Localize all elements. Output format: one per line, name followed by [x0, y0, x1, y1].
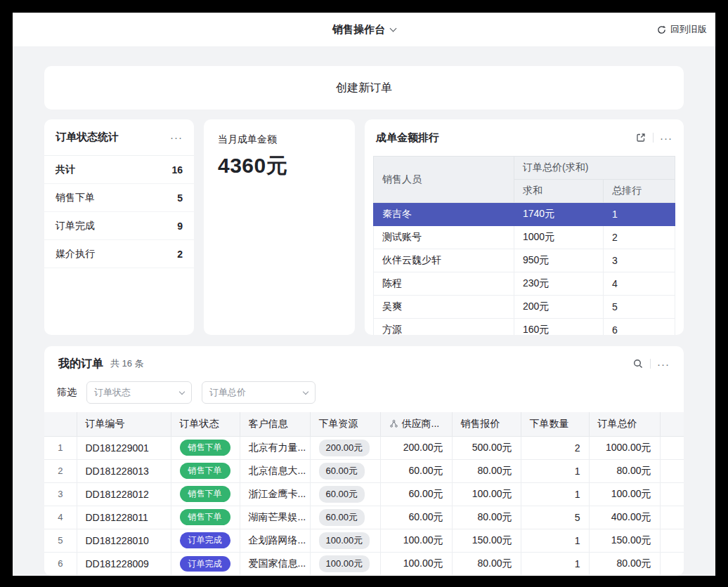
stat-row[interactable]: 媒介执行 2	[44, 240, 194, 268]
cell-order-no: DD181228012	[77, 482, 171, 506]
monthly-amount-card: 当月成单金额 4360元	[204, 119, 355, 335]
more-menu-icon[interactable]: ···	[660, 133, 672, 143]
cell-resource: 100.00元	[310, 529, 380, 552]
order-row[interactable]: 4 DD181228011 销售下单 湖南芒果娱... 60.00元 60.00…	[44, 506, 684, 529]
cell-customer: 浙江金鹰卡...	[240, 482, 310, 506]
my-orders-card: 我的订单 共 16 条 ··· 筛选 订单状态	[44, 346, 684, 576]
cell-total: 80.00元	[589, 552, 660, 575]
stat-label: 订单完成	[56, 220, 95, 232]
ranking-card-title: 成单金额排行	[376, 131, 439, 145]
monthly-amount-label: 当月成单金额	[218, 133, 341, 146]
stat-row[interactable]: 订单完成 9	[44, 212, 194, 240]
col-header-order-no[interactable]: 订单编号	[77, 412, 171, 436]
cell-rank: 3	[604, 249, 675, 272]
cell-extra	[660, 482, 684, 506]
filter-label: 筛选	[57, 386, 77, 399]
ranking-row[interactable]: 伙伴云魏少轩 950元 3	[374, 249, 675, 272]
cell-index: 5	[44, 529, 77, 552]
resource-pill: 60.00元	[319, 486, 365, 503]
create-order-label: 创建新订单	[336, 81, 392, 95]
order-row[interactable]: 1 DD181229001 销售下单 北京有力量... 200.00元 200.…	[44, 436, 684, 459]
chevron-down-icon	[303, 389, 308, 395]
cell-total: 1000.00元	[589, 436, 660, 459]
cell-resource: 200.00元	[310, 436, 380, 459]
col-header-customer[interactable]: 客户信息	[240, 412, 310, 436]
col-header-resource[interactable]: 下单资源	[310, 412, 380, 436]
cell-supplier: 60.00元	[380, 459, 452, 482]
cell-status: 销售下单	[171, 459, 240, 482]
cell-person: 方源	[374, 319, 514, 336]
ranking-row[interactable]: 吴爽 200元 5	[374, 296, 675, 319]
stat-row-total[interactable]: 共计 16	[44, 156, 194, 184]
ranking-row[interactable]: 测试账号 1000元 2	[374, 226, 675, 249]
resource-pill: 60.00元	[319, 509, 365, 526]
order-row[interactable]: 2 DD181228013 销售下单 北京信息大... 60.00元 60.00…	[44, 459, 684, 482]
col-header-quote[interactable]: 销售报价	[452, 412, 521, 436]
create-order-button[interactable]: 创建新订单	[44, 66, 684, 110]
cell-order-no: DD181228009	[77, 552, 171, 575]
stat-label: 共计	[56, 164, 75, 176]
col-header-supplier-label: 供应商...	[402, 418, 440, 430]
cell-index: 6	[44, 552, 77, 575]
col-header-qty[interactable]: 下单数量	[521, 412, 589, 436]
back-to-old-version-button[interactable]: 回到旧版	[656, 13, 707, 46]
stat-label: 销售下单	[56, 192, 95, 204]
cell-quote: 80.00元	[452, 506, 521, 529]
cell-order-no: DD181229001	[77, 436, 171, 459]
back-to-old-label: 回到旧版	[670, 23, 707, 36]
order-row[interactable]: 6 DD181228009 订单完成 爱国家信息... 100.00元 100.…	[44, 552, 684, 575]
filter-bar: 筛选 订单状态 订单总价	[44, 381, 684, 412]
order-total-filter-select[interactable]: 订单总价	[202, 381, 316, 404]
cell-person: 陈程	[374, 272, 514, 296]
more-menu-icon[interactable]: ···	[170, 132, 183, 143]
col-header-total[interactable]: 订单总价(求和)	[514, 157, 675, 180]
ranking-card-header: 成单金额排行 ···	[365, 119, 684, 156]
order-status-filter-select[interactable]: 订单状态	[86, 381, 192, 404]
stat-value: 5	[177, 192, 183, 204]
ranking-row[interactable]: 秦吉冬 1740元 1	[374, 203, 675, 226]
col-header-person[interactable]: 销售人员	[374, 157, 514, 203]
order-row[interactable]: 3 DD181228012 销售下单 浙江金鹰卡... 60.00元 60.00…	[44, 482, 684, 506]
col-header-supplier[interactable]: 供应商...	[380, 412, 452, 436]
order-row[interactable]: 5 DD181228010 订单完成 企划路网络... 100.00元 100.…	[44, 529, 684, 552]
cell-person: 吴爽	[374, 296, 514, 319]
cell-rank: 6	[604, 319, 675, 336]
more-menu-icon[interactable]: ···	[657, 359, 670, 369]
ranking-row[interactable]: 陈程 230元 4	[374, 272, 675, 296]
cell-qty: 2	[521, 436, 589, 459]
chevron-down-icon	[179, 389, 185, 395]
col-header-rank[interactable]: 总排行	[604, 180, 675, 203]
cell-person: 测试账号	[374, 226, 514, 249]
ranking-row[interactable]: 方源 160元 6	[374, 319, 675, 336]
cell-sum: 1740元	[514, 203, 604, 226]
cell-extra	[660, 436, 684, 459]
stats-cards-row: 订单状态统计 ··· 共计 16 销售下单 5 订单完成 9 媒介执行 2	[44, 119, 684, 335]
chevron-down-icon	[390, 25, 397, 32]
cell-quote: 100.00元	[452, 482, 521, 506]
stat-value: 9	[177, 220, 183, 232]
cell-extra	[660, 552, 684, 575]
resource-pill: 100.00元	[319, 532, 370, 549]
restore-icon	[656, 25, 667, 35]
cell-index: 3	[44, 482, 77, 506]
orders-header-row: 订单编号 订单状态 客户信息 下单资源	[44, 412, 684, 436]
cell-qty: 1	[521, 552, 589, 575]
orders-table: 订单编号 订单状态 客户信息 下单资源	[44, 412, 684, 575]
cell-sum: 230元	[514, 272, 604, 296]
export-icon[interactable]	[635, 132, 646, 143]
search-icon[interactable]	[632, 358, 644, 369]
workspace-switcher[interactable]: 销售操作台	[332, 23, 396, 37]
col-header-total[interactable]: 订单总价	[589, 412, 660, 436]
stat-row[interactable]: 销售下单 5	[44, 184, 194, 212]
resource-pill: 200.00元	[319, 440, 370, 456]
status-badge: 销售下单	[180, 509, 230, 525]
cell-customer: 北京信息大...	[240, 459, 310, 482]
cell-supplier: 100.00元	[380, 552, 452, 575]
orders-count: 共 16 条	[110, 357, 144, 370]
status-card-title: 订单状态统计	[56, 131, 119, 144]
cell-supplier: 100.00元	[380, 529, 452, 552]
col-header-sum[interactable]: 求和	[514, 180, 604, 203]
cell-extra	[660, 459, 684, 482]
col-header-status[interactable]: 订单状态	[171, 412, 240, 436]
status-badge: 订单完成	[180, 532, 230, 548]
